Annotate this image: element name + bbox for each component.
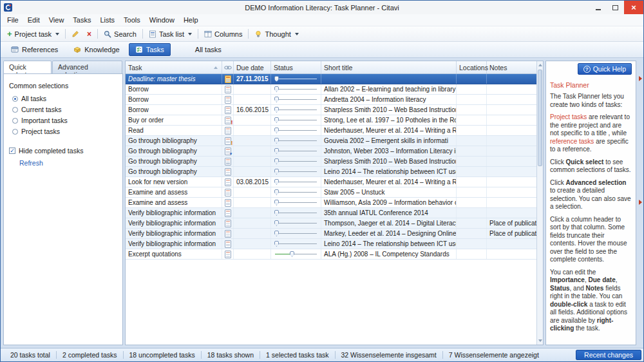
columns-button[interactable]: Columns xyxy=(200,29,246,39)
task-row[interactable]: Deadline: master thesis27.11.2015 xyxy=(126,74,536,84)
status-slider[interactable] xyxy=(275,138,317,144)
task-row[interactable]: Verify bibliographic informationMarkey, … xyxy=(126,229,536,239)
column-header-notes[interactable]: Notes xyxy=(487,61,536,73)
menu-bar: FileEditViewTasksListsToolsWindowHelp xyxy=(1,14,643,26)
task-row[interactable]: Verify bibliographic informationLeino 20… xyxy=(126,239,536,249)
search-button[interactable]: Search xyxy=(100,29,140,39)
column-header-link[interactable] xyxy=(222,61,234,73)
status-slider[interactable] xyxy=(275,86,317,92)
thought-button[interactable]: Thought xyxy=(251,29,302,39)
delete-task-button[interactable]: × xyxy=(83,30,95,39)
status-slider[interactable] xyxy=(275,179,317,185)
slider-thumb[interactable] xyxy=(274,97,279,102)
scrollbar-thumb[interactable] xyxy=(538,70,542,166)
scroll-down-button[interactable] xyxy=(537,337,543,345)
slider-thumb[interactable] xyxy=(274,138,279,144)
collapse-arrow[interactable] xyxy=(639,76,642,81)
collapse-arrow[interactable] xyxy=(639,200,642,205)
quick-help-button[interactable]: ? Quick Help xyxy=(578,63,632,75)
slider-thumb[interactable] xyxy=(274,210,279,216)
hide-completed-checkbox[interactable]: ✓ Hide completed tasks xyxy=(9,147,117,155)
task-row[interactable]: Verify bibliographic information35th ann… xyxy=(126,208,536,218)
column-header-due-date[interactable]: Due date xyxy=(234,61,271,73)
task-list-button[interactable]: Task list xyxy=(145,29,196,39)
task-row[interactable]: Examine and assessWilliamson, Asla 2009 … xyxy=(126,198,536,208)
slider-thumb[interactable] xyxy=(274,241,279,247)
radio-option-important-tasks[interactable]: Important tasks xyxy=(12,117,117,124)
task-row[interactable]: Go through bibliographySharpless Smith 2… xyxy=(126,157,536,167)
scroll-up-button[interactable] xyxy=(537,61,543,69)
tab-tasks[interactable]: Tasks xyxy=(129,43,171,56)
task-row[interactable]: Verify bibliographic informationThompson… xyxy=(126,218,536,229)
menu-view[interactable]: View xyxy=(44,15,69,25)
menu-file[interactable]: File xyxy=(3,15,23,25)
tab-references[interactable]: References xyxy=(5,43,64,56)
slider-thumb[interactable] xyxy=(274,231,279,236)
status-slider[interactable] xyxy=(275,251,317,257)
status-slider[interactable] xyxy=(275,107,317,113)
slider-thumb[interactable] xyxy=(274,86,279,92)
radio-option-current-tasks[interactable]: Current tasks xyxy=(12,106,117,113)
task-row[interactable]: Go through bibliographyLeino 2014 – The … xyxy=(126,167,536,177)
column-header-status[interactable]: Status xyxy=(271,61,321,73)
slider-thumb[interactable] xyxy=(290,251,294,257)
task-row[interactable]: BorrowAndretta 2004 – Information litera… xyxy=(126,95,536,105)
status-slider[interactable] xyxy=(275,169,317,175)
recent-changes-button[interactable]: Recent changes xyxy=(576,350,641,360)
refresh-link[interactable]: Refresh xyxy=(19,159,117,167)
status-slider[interactable] xyxy=(275,128,317,133)
slider-thumb[interactable] xyxy=(274,107,279,113)
radio-option-project-tasks[interactable]: Project tasks xyxy=(12,128,117,135)
status-slider[interactable] xyxy=(275,117,317,123)
slider-thumb[interactable] xyxy=(274,158,279,164)
slider-thumb[interactable] xyxy=(274,220,279,226)
menu-lists[interactable]: Lists xyxy=(95,15,119,25)
minimize-button[interactable] xyxy=(589,1,607,14)
column-header-locations[interactable]: Locations xyxy=(457,61,487,73)
slider-thumb[interactable] xyxy=(274,117,279,123)
status-slider[interactable] xyxy=(275,76,317,82)
slider-thumb[interactable] xyxy=(274,189,279,195)
slider-thumb[interactable] xyxy=(274,169,279,175)
task-row[interactable]: Go through bibliography!Gouveia 2002 – E… xyxy=(126,136,536,146)
status-slider[interactable] xyxy=(275,210,317,216)
slider-thumb[interactable] xyxy=(274,200,279,205)
close-button[interactable]: × xyxy=(624,1,643,14)
task-row[interactable]: Look for new version03.08.2015Niederhaus… xyxy=(126,177,536,187)
task-row[interactable]: Excerpt quotationsALA (Hg.) 2008 – IL Co… xyxy=(126,249,536,260)
status-slider[interactable] xyxy=(275,189,317,195)
status-slider[interactable] xyxy=(275,158,317,164)
task-row[interactable]: Examine and assessStaw 2005 – Unstuck xyxy=(126,187,536,198)
project-task-button[interactable]: + Project task xyxy=(3,29,63,39)
status-slider[interactable] xyxy=(275,241,317,247)
radio-label: All tasks xyxy=(21,95,46,102)
task-row[interactable]: ReadNiederhauser, Meurer et al. 2014 – W… xyxy=(126,126,536,136)
slider-thumb[interactable] xyxy=(274,76,279,82)
menu-help[interactable]: Help xyxy=(179,15,203,25)
status-slider[interactable] xyxy=(275,231,317,236)
column-header-short-title[interactable]: Short title xyxy=(321,61,457,73)
task-row[interactable]: Go through bibliography▼Johnston, Weber … xyxy=(126,146,536,157)
tab-knowledge[interactable]: Knowledge xyxy=(67,43,126,56)
radio-option-all-tasks[interactable]: All tasks xyxy=(12,95,117,102)
menu-window[interactable]: Window xyxy=(145,15,179,25)
task-row[interactable]: Buy or order!Strong, Lee et al. 1997 – 1… xyxy=(126,115,536,126)
status-slider[interactable] xyxy=(275,220,317,226)
task-row[interactable]: BorrowAllan 2002 – E-learning and teachi… xyxy=(126,84,536,95)
column-header-task[interactable]: Task xyxy=(126,61,222,73)
task-row[interactable]: Borrow16.06.2015Sharpless Smith 2010 – W… xyxy=(126,105,536,115)
edit-task-button[interactable] xyxy=(68,29,83,39)
slider-thumb[interactable] xyxy=(274,148,279,154)
menu-tasks[interactable]: Tasks xyxy=(68,15,95,25)
menu-tools[interactable]: Tools xyxy=(119,15,145,25)
tab-quick-select[interactable]: Quick select xyxy=(3,61,52,73)
maximize-button[interactable] xyxy=(607,1,624,14)
status-slider[interactable] xyxy=(275,97,317,102)
vertical-scrollbar[interactable] xyxy=(536,61,543,345)
slider-thumb[interactable] xyxy=(274,128,279,133)
menu-edit[interactable]: Edit xyxy=(23,15,44,25)
status-slider[interactable] xyxy=(275,148,317,154)
tab-advanced-selection[interactable]: Advanced selection xyxy=(52,61,122,73)
status-slider[interactable] xyxy=(275,200,317,205)
slider-thumb[interactable] xyxy=(274,179,279,185)
